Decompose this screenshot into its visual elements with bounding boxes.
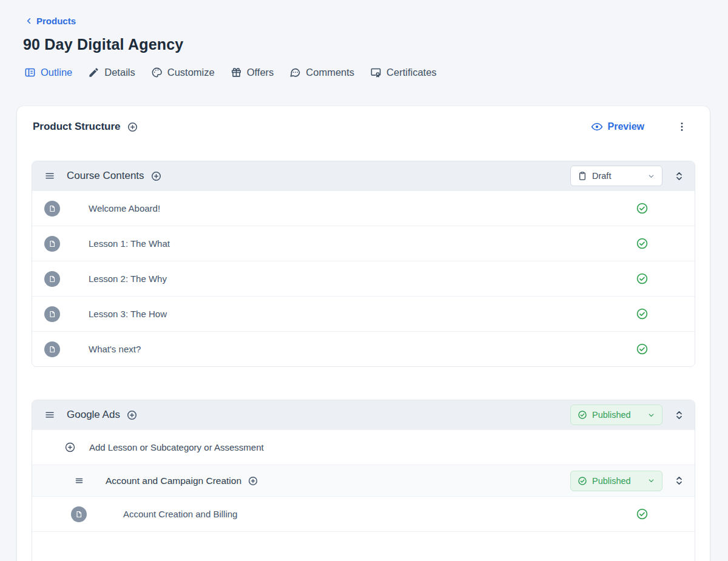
tab-details[interactable]: Details (88, 67, 135, 78)
lesson-row[interactable]: Lesson 1: The What (32, 226, 695, 261)
add-lesson-row[interactable]: Add Lesson or Subcategory or Assessment (32, 429, 695, 465)
document-icon (44, 201, 60, 217)
document-icon (44, 341, 60, 357)
document-icon (44, 306, 60, 322)
overflow-menu-button[interactable] (676, 121, 688, 133)
lesson-title: What's next? (89, 344, 141, 354)
status-label: Draft (592, 171, 611, 181)
section-google-ads: Google Ads Published (32, 400, 695, 561)
status-dropdown-published[interactable]: Published (570, 405, 662, 425)
lesson-title: Lesson 3: The How (89, 309, 167, 319)
card-header: Product Structure Preview (32, 106, 695, 133)
section-title: Course Contents (67, 170, 144, 182)
subsection-title: Account and Campaign Creation (106, 475, 241, 486)
reorder-section-button[interactable] (672, 474, 686, 488)
preview-button[interactable]: Preview (591, 121, 644, 133)
status-dropdown-draft[interactable]: Draft (570, 166, 662, 186)
reorder-section-button[interactable] (672, 169, 686, 183)
reorder-section-button[interactable] (672, 408, 686, 422)
eye-icon (591, 121, 603, 133)
add-lesson-icon[interactable] (126, 409, 138, 421)
status-label: Published (592, 410, 631, 420)
product-structure-card: Product Structure Preview Course Content… (17, 106, 710, 561)
status-dropdown-published[interactable]: Published (570, 471, 662, 491)
check-circle-icon (578, 476, 587, 486)
chevron-down-icon (647, 477, 655, 485)
tab-customize[interactable]: Customize (151, 67, 215, 78)
certificate-icon (370, 67, 382, 78)
document-icon (44, 271, 60, 287)
section-course-contents: Course Contents Draft (32, 161, 695, 367)
clipboard-icon (578, 171, 587, 181)
tab-label: Outline (41, 67, 72, 78)
status-label: Published (592, 476, 631, 486)
document-icon (44, 236, 60, 252)
lesson-row[interactable]: What's next? (32, 331, 695, 366)
tab-label: Comments (306, 67, 354, 78)
plus-circle-icon (64, 442, 76, 453)
page-header: Products 90 Day Digital Agency Outline D… (0, 0, 728, 78)
drag-handle-icon[interactable] (44, 409, 55, 420)
card-title: Product Structure (33, 121, 121, 133)
tab-label: Customize (167, 67, 215, 78)
tab-offers[interactable]: Offers (231, 67, 274, 78)
check-circle-icon (636, 237, 649, 250)
gift-icon (231, 67, 242, 78)
check-circle-icon (636, 508, 649, 520)
chevron-down-icon (647, 411, 655, 419)
breadcrumb[interactable]: Products (24, 16, 76, 26)
check-circle-icon (578, 410, 587, 420)
chevron-down-icon (647, 172, 655, 180)
lesson-row[interactable]: Lesson 2: The Why (32, 261, 695, 296)
drag-handle-icon[interactable] (75, 476, 84, 485)
add-lesson-icon[interactable] (248, 475, 258, 486)
section-header: Google Ads Published (32, 400, 695, 429)
drag-handle-icon[interactable] (44, 170, 55, 181)
subsection-header: Account and Campaign Creation Published (32, 465, 695, 496)
add-lesson-label: Add Lesson or Subcategory or Assessment (89, 442, 264, 452)
lesson-row[interactable] (32, 531, 695, 561)
tab-label: Offers (247, 67, 274, 78)
lesson-title: Lesson 1: The What (89, 238, 170, 249)
preview-label: Preview (608, 121, 644, 132)
page-title: 90 Day Digital Agency (23, 36, 704, 53)
check-circle-icon (636, 307, 649, 320)
lesson-row[interactable]: Lesson 3: The How (32, 296, 695, 331)
check-circle-icon (636, 272, 649, 285)
tab-bar: Outline Details Customize Offers Comment… (24, 67, 704, 78)
lesson-title: Lesson 2: The Why (89, 274, 167, 284)
section-header: Course Contents Draft (32, 161, 695, 190)
breadcrumb-label: Products (36, 16, 76, 26)
lesson-title: Welcome Aboard! (89, 203, 160, 213)
pencil-icon (88, 67, 99, 78)
add-category-icon[interactable] (127, 121, 138, 133)
outline-icon (24, 67, 36, 78)
lesson-row[interactable]: Account Creation and Billing (32, 496, 695, 531)
tab-comments[interactable]: Comments (289, 67, 354, 78)
section-title: Google Ads (67, 409, 120, 421)
tab-outline[interactable]: Outline (24, 67, 72, 78)
tab-label: Details (104, 67, 135, 78)
tab-certificates[interactable]: Certificates (370, 67, 437, 78)
check-circle-icon (636, 202, 649, 215)
add-lesson-icon[interactable] (150, 170, 162, 182)
lesson-title: Account Creation and Billing (123, 509, 237, 519)
document-icon (71, 506, 87, 522)
comment-icon (289, 67, 301, 78)
check-circle-icon (636, 343, 649, 355)
lesson-row[interactable]: Welcome Aboard! (32, 190, 695, 226)
palette-icon (151, 67, 163, 78)
tab-label: Certificates (386, 67, 437, 78)
chevron-left-icon (24, 16, 33, 25)
